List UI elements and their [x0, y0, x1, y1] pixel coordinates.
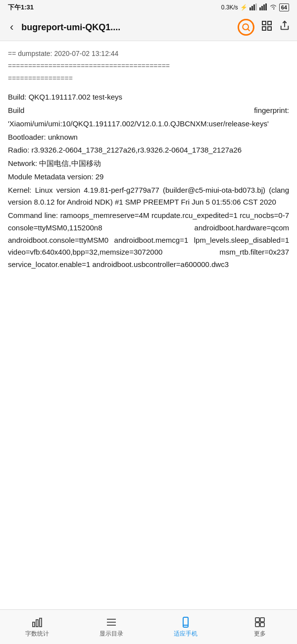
- wifi-icon: [269, 3, 277, 12]
- svg-rect-23: [255, 618, 259, 622]
- radio-line: Radio: r3.9326.2-0604_1738_2127a26,r3.93…: [8, 144, 289, 157]
- svg-rect-0: [249, 7, 251, 10]
- status-right: 0.3K/s ⚡ 64: [221, 3, 289, 12]
- fingerprint-label: fingerprint:: [254, 105, 289, 117]
- signal-icon2: [259, 3, 267, 12]
- svg-rect-7: [265, 3, 267, 10]
- command-line: Command line: ramoops_memreserve=4M rcup…: [8, 210, 289, 271]
- svg-rect-1: [251, 6, 253, 10]
- svg-rect-3: [255, 3, 257, 10]
- svg-rect-2: [253, 4, 255, 10]
- nav-bar: ‹ bugreport-umi-QKQ1....: [0, 14, 297, 41]
- dumpstate-header: == dumpstate: 2020-07-02 13:12:44: [8, 48, 289, 59]
- more-label: 更多: [254, 630, 266, 638]
- bottom-toolbar: 字数统计 显示目录 适应手机 更多: [0, 609, 297, 644]
- svg-point-8: [243, 24, 248, 30]
- grid-button[interactable]: [261, 20, 272, 34]
- svg-rect-11: [268, 21, 271, 25]
- status-time: 下午1:31: [8, 3, 34, 12]
- wordcount-label: 字数统计: [25, 630, 49, 638]
- kernel-line: Kernel: Linux version 4.19.81-perf-g2779…: [8, 184, 289, 209]
- network-speed: 0.3K/s: [221, 4, 238, 11]
- svg-rect-10: [262, 21, 266, 25]
- build-block: Build: QKQ1.191117.002 test-keys Build f…: [8, 91, 289, 271]
- wordcount-button[interactable]: 字数统计: [0, 616, 74, 638]
- svg-line-9: [248, 29, 250, 31]
- toc-button[interactable]: 显示目录: [74, 616, 148, 638]
- search-button[interactable]: [238, 19, 254, 36]
- svg-rect-26: [260, 623, 264, 627]
- share-button[interactable]: [279, 20, 290, 34]
- svg-rect-16: [36, 620, 38, 627]
- module-metadata-line: Module Metadata version: 29: [8, 171, 289, 183]
- svg-rect-24: [260, 618, 264, 622]
- content-area: == dumpstate: 2020-07-02 13:12:44 ======…: [0, 41, 297, 312]
- bluetooth-icon: ⚡: [240, 4, 248, 11]
- equals-line-2: ================: [8, 73, 289, 84]
- svg-rect-12: [262, 27, 266, 30]
- equals-line-1: ========================================: [8, 60, 289, 72]
- svg-rect-17: [40, 618, 42, 627]
- build-label: Build: [8, 105, 24, 117]
- network-line: Network: 中国电信,中国移动: [8, 158, 289, 170]
- status-bar: 下午1:31 0.3K/s ⚡ 64: [0, 0, 297, 14]
- bootloader-line: Bootloader: unknown: [8, 131, 289, 144]
- build-fingerprint-line: Build fingerprint:: [8, 105, 289, 117]
- toc-label: 显示目录: [99, 630, 123, 638]
- signal-icon1: [249, 3, 257, 12]
- svg-rect-25: [255, 623, 259, 627]
- svg-rect-15: [33, 622, 35, 627]
- svg-rect-4: [259, 7, 261, 10]
- back-button[interactable]: ‹: [7, 20, 16, 35]
- nav-icons: [238, 19, 290, 36]
- fit-phone-button[interactable]: 适应手机: [148, 616, 223, 638]
- fingerprint-value: 'Xiaomi/umi/umi:10/QKQ1.191117.002/V12.0…: [8, 118, 289, 130]
- file-title: bugreport-umi-QKQ1....: [21, 22, 233, 33]
- build-line-1: Build: QKQ1.191117.002 test-keys: [8, 91, 289, 104]
- svg-rect-5: [261, 6, 263, 10]
- battery-level: 64: [279, 3, 289, 11]
- fit-phone-label: 适应手机: [174, 630, 198, 638]
- svg-rect-6: [263, 4, 265, 10]
- more-button[interactable]: 更多: [223, 616, 297, 638]
- svg-rect-13: [268, 27, 271, 30]
